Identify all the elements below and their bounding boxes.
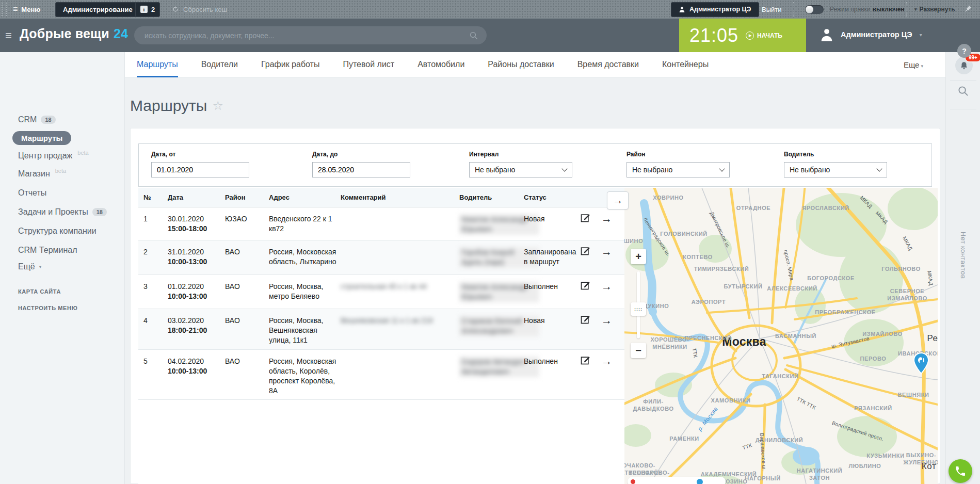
table-row[interactable]: 5 04.02.202010:00-13:00 ВАО Россия, Моск… [138, 350, 624, 400]
edit-mode-toggle[interactable] [805, 5, 824, 14]
configure-menu-link[interactable]: НАСТРОИТЬ МЕНЮ [18, 305, 78, 311]
interval-label: Интервал [469, 151, 572, 158]
search-input[interactable] [144, 31, 469, 40]
map-label: ПРЕСНЕНСКИЙ [685, 335, 732, 342]
profile-name: Администратор ЦЭ [841, 30, 912, 39]
map-label: Ре [927, 333, 938, 344]
date-from-input[interactable] [151, 162, 249, 178]
open-route-button[interactable]: → [601, 354, 612, 368]
edit-route-button[interactable] [580, 355, 590, 368]
sidebar-item-shop[interactable]: Магазинbeta [18, 169, 66, 179]
tabs-more-button[interactable]: Еще▾ [904, 60, 923, 69]
date-to-input[interactable] [312, 162, 410, 178]
map-zoom-in-button[interactable]: + [631, 249, 646, 264]
tab-routes[interactable]: Маршруты [137, 52, 178, 77]
rail-search-button[interactable] [957, 85, 969, 99]
info-icon: i [140, 6, 148, 13]
sitemap-link[interactable]: КАРТА САЙТА [18, 288, 61, 295]
hamburger-icon: ≡ [13, 5, 18, 13]
reset-cache-button[interactable]: Сбросить кеш [172, 6, 227, 13]
help-button[interactable]: ? [957, 44, 971, 58]
map-zoom-out-button[interactable]: − [631, 343, 646, 358]
map-label: ХОВРИНО [653, 195, 684, 202]
col-date[interactable]: Дата [168, 193, 219, 201]
sidebar-item-sales-center[interactable]: Центр продажbeta [18, 151, 89, 160]
edit-route-button[interactable] [580, 314, 590, 327]
col-district[interactable]: Район [225, 193, 246, 201]
col-status[interactable]: Статус [524, 193, 579, 201]
info-counter-button[interactable]: i 2 [135, 2, 160, 17]
tab-containers[interactable]: Контейнеры [662, 52, 709, 77]
sidebar-item-reports[interactable]: Отчеты [18, 188, 46, 198]
map-label: БОГОРОДСКОЕ [807, 275, 855, 282]
open-route-button[interactable]: → [601, 279, 612, 294]
administration-button[interactable]: Администрирование [55, 2, 140, 17]
tab-work-schedule[interactable]: График работы [261, 52, 319, 77]
admin-menu-button[interactable]: ≡ Меню [13, 5, 40, 13]
routes-table: № Дата Район Адрес Комментарий Водитель … [138, 188, 624, 484]
tab-cars[interactable]: Автомобили [417, 52, 464, 77]
beta-badge: beta [55, 168, 66, 174]
open-route-button[interactable]: → [601, 313, 612, 328]
tab-delivery-time[interactable]: Время доставки [577, 52, 639, 77]
open-route-button[interactable]: → [601, 245, 612, 259]
col-comment[interactable]: Комментарий [341, 193, 452, 201]
interval-select[interactable]: Не выбрано [469, 162, 572, 178]
tab-drivers[interactable]: Водители [201, 52, 238, 77]
redacted-comment: строительная 45 к 1 кв 44 [341, 282, 427, 291]
table-row[interactable]: 4 03.02.202018:00-21:00 ВАО Россия, Моск… [138, 309, 624, 350]
sidebar-toggle-icon[interactable]: ≡ [5, 29, 12, 42]
pin-icon[interactable] [964, 5, 972, 15]
delivery-map[interactable]: ХОВРИНООТРАДНОЕЯРОСЛАВСКИЙМКАДМКАДМКАДМК… [624, 188, 938, 484]
work-timer[interactable]: 21:05 ▶ НАЧАТЬ [679, 19, 806, 52]
call-button[interactable] [949, 459, 972, 483]
table-row[interactable]: 2 31.01.202010:00-13:00 ВАО Россия, Моск… [138, 240, 624, 275]
col-num[interactable]: № [143, 193, 151, 201]
map-marker-pin[interactable] [912, 352, 930, 377]
map-label: Кот [922, 461, 937, 472]
edit-route-button[interactable] [580, 213, 590, 225]
open-route-button[interactable]: → [601, 212, 612, 226]
sidebar-item-company-structure[interactable]: Структура компании [18, 227, 97, 236]
expand-table-button[interactable]: → [607, 191, 629, 209]
tab-delivery-districts[interactable]: Районы доставки [488, 52, 554, 77]
favorite-star-icon[interactable]: ☆ [212, 99, 223, 113]
table-row[interactable]: 3 01.02.202010:00-13:00 ВАО Россия, Моск… [138, 275, 624, 309]
map-marker-dot[interactable] [696, 478, 704, 484]
tab-waybill[interactable]: Путевой лист [343, 52, 394, 77]
driver-select[interactable]: Не выбрано [784, 162, 887, 178]
filter-interval: Интервал Не выбрано [469, 151, 572, 178]
timer-start-button[interactable]: ▶ НАЧАТЬ [746, 31, 782, 40]
map-label: ПЕРОВО [860, 356, 887, 363]
col-address[interactable]: Адрес [269, 193, 337, 201]
sidebar-item-crm[interactable]: CRM18 [18, 115, 56, 124]
map-label: БАСМАННЫЙ [775, 333, 816, 340]
sidebar-item-tasks[interactable]: Задачи и Проекты18 [18, 207, 107, 217]
page-title: Маршруты ☆ [130, 97, 223, 115]
edit-route-button[interactable] [580, 246, 590, 259]
profile-menu[interactable]: Администратор ЦЭ ▾ [820, 27, 922, 42]
crm-badge: 18 [41, 116, 55, 124]
sidebar-item-crm-terminal[interactable]: CRM Терминал [18, 246, 77, 255]
sidebar: CRM18 Маршруты Центр продажbeta Магазинb… [0, 52, 125, 484]
global-search[interactable] [134, 26, 487, 44]
sidebar-item-more[interactable]: Ещё▾ [18, 262, 41, 271]
edit-route-button[interactable] [580, 280, 590, 293]
map-label: АЭРОПОРТ [692, 299, 726, 306]
map-ruler-button[interactable]: :::: [631, 302, 646, 316]
table-row[interactable]: 1 30.01.202015:00-18:00 ЮЗАО Введенского… [138, 207, 624, 240]
district-label: Район [626, 151, 730, 158]
drag-handle-icon[interactable] [2, 3, 7, 16]
district-select[interactable]: Не выбрано [626, 162, 730, 178]
chevron-down-icon: ▾ [920, 32, 922, 38]
map-label: КОПТЕВО [683, 254, 713, 261]
expand-button[interactable]: ▾ Развернуть [914, 6, 955, 13]
map-label: РАМЕНКИ [669, 435, 699, 443]
date-to-label: Дата, до [312, 151, 410, 158]
logout-button[interactable]: Выйти [762, 6, 782, 13]
avatar [820, 27, 833, 42]
admin-user-button[interactable]: Администратор ЦЭ [671, 2, 759, 17]
app-logo[interactable]: Добрые вещи24 [20, 26, 128, 41]
map-label: ТАГАНСКИЙ [762, 373, 798, 380]
sidebar-item-routes[interactable]: Маршруты [12, 131, 71, 145]
